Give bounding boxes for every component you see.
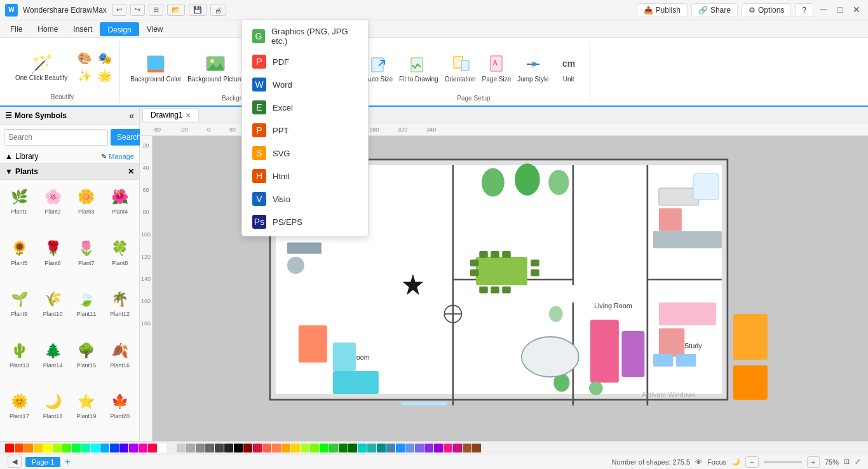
color-swatch-20[interactable] (196, 444, 205, 452)
color-swatch-41[interactable] (396, 444, 405, 452)
tab-close-button[interactable]: ✕ (186, 112, 191, 119)
color-swatch-9[interactable] (91, 444, 100, 452)
one-click-beautify-button[interactable]: 🪄 One Click Beautify (10, 51, 72, 84)
page-tab[interactable]: Page-1 (25, 457, 60, 467)
color-swatch-1[interactable] (15, 444, 24, 452)
color-swatch-2[interactable] (24, 444, 33, 452)
color-swatch-11[interactable] (110, 444, 119, 452)
color-swatch-15[interactable] (148, 444, 157, 452)
manage-button[interactable]: Manage (109, 153, 134, 160)
menu-insert[interactable]: Insert (65, 23, 100, 36)
print-button[interactable]: 🖨 (210, 4, 226, 16)
sidebar-collapse-button[interactable]: « (129, 111, 134, 121)
share-button[interactable]: 🔗 Share (691, 3, 738, 17)
plant-item-20[interactable]: 🍁 Plant20 (104, 388, 135, 437)
color-swatch-38[interactable] (367, 444, 376, 452)
publish-button[interactable]: 📤 Publish (637, 3, 688, 17)
color-swatch-24[interactable] (234, 444, 243, 452)
category-close-icon[interactable]: ✕ (128, 167, 134, 176)
color-swatch-18[interactable] (177, 444, 186, 452)
unit-button[interactable]: cm Unit (553, 50, 585, 86)
dropdown-item-svg[interactable]: S SVG (242, 142, 368, 165)
color-swatch-21[interactable] (205, 444, 214, 452)
color-swatch-49[interactable] (472, 444, 481, 452)
fit-page-icon[interactable]: ⊡ (844, 458, 850, 466)
fullscreen-icon[interactable]: ⤢ (855, 458, 860, 466)
zoom-slider[interactable] (764, 461, 802, 463)
dropdown-item-visio[interactable]: V Visio (242, 187, 368, 210)
color-swatch-43[interactable] (415, 444, 424, 452)
color-swatch-16[interactable] (158, 444, 166, 452)
minimize-button[interactable]: ─ (817, 3, 830, 16)
beautify-style1-button[interactable]: 🎨 (75, 50, 94, 67)
plant-item-6[interactable]: 🌹 Plant6 (37, 235, 69, 284)
help-button[interactable]: ? (795, 3, 813, 17)
color-swatch-26[interactable] (253, 444, 262, 452)
color-swatch-8[interactable] (81, 444, 90, 452)
plant-item-9[interactable]: 🌱 Plant9 (4, 286, 35, 335)
redo-button[interactable]: ↪ (130, 4, 145, 16)
color-swatch-34[interactable] (329, 444, 338, 452)
dropdown-item-excel[interactable]: E Excel (242, 96, 368, 119)
plant-item-15[interactable]: 🌳 Plant15 (71, 337, 102, 386)
beautify-style4-button[interactable]: 🌟 (95, 68, 114, 85)
close-button[interactable]: ✕ (850, 3, 863, 16)
color-swatch-40[interactable] (386, 444, 395, 452)
color-swatch-23[interactable] (224, 444, 233, 452)
color-swatch-13[interactable] (129, 444, 138, 452)
zoom-in-button[interactable]: + (807, 456, 820, 468)
plant-item-18[interactable]: 🌙 Plant18 (37, 388, 69, 437)
menu-view[interactable]: View (139, 23, 171, 36)
add-page-button[interactable]: + (64, 456, 70, 468)
color-swatch-31[interactable] (301, 444, 309, 452)
color-swatch-22[interactable] (215, 444, 224, 452)
open-button[interactable]: 📂 (167, 4, 185, 16)
plant-item-13[interactable]: 🌵 Plant13 (4, 337, 35, 386)
color-swatch-0[interactable] (5, 444, 14, 452)
options-button[interactable]: ⚙ Options (742, 3, 791, 17)
color-swatch-45[interactable] (434, 444, 443, 452)
color-swatch-35[interactable] (339, 444, 348, 452)
plant-item-1[interactable]: 🌿 Plant1 (4, 184, 35, 233)
color-swatch-29[interactable] (281, 444, 290, 452)
color-swatch-44[interactable] (424, 444, 433, 452)
dropdown-item-word[interactable]: W Word (242, 73, 368, 96)
plant-item-12[interactable]: 🌴 Plant12 (104, 286, 135, 335)
plant-item-7[interactable]: 🌷 Plant7 (71, 235, 102, 284)
color-swatch-6[interactable] (62, 444, 71, 452)
menu-design[interactable]: Design (100, 22, 139, 36)
search-input[interactable] (4, 129, 108, 146)
color-swatch-3[interactable] (34, 444, 43, 452)
color-swatch-25[interactable] (243, 444, 252, 452)
jump-style-button[interactable]: Jump Style (515, 50, 551, 86)
color-swatch-17[interactable] (167, 444, 176, 452)
plant-item-2[interactable]: 🌸 Plant2 (37, 184, 69, 233)
color-swatch-42[interactable] (405, 444, 414, 452)
color-swatch-47[interactable] (453, 444, 462, 452)
page-size-button[interactable]: A Page Size (480, 50, 514, 86)
color-swatch-30[interactable] (291, 444, 300, 452)
plant-item-4[interactable]: 🌺 Plant4 (104, 184, 135, 233)
background-picture-button[interactable]: Background Picture (185, 50, 245, 86)
plant-item-17[interactable]: 🌞 Plant17 (4, 388, 35, 437)
plant-item-19[interactable]: ⭐ Plant19 (71, 388, 102, 437)
color-swatch-37[interactable] (358, 444, 367, 452)
background-color-button[interactable]: Background Color (128, 50, 184, 86)
plant-item-8[interactable]: 🍀 Plant8 (104, 235, 135, 284)
color-swatch-19[interactable] (186, 444, 195, 452)
plant-item-5[interactable]: 🌻 Plant5 (4, 235, 35, 284)
color-swatch-27[interactable] (262, 444, 271, 452)
zoom-out-button[interactable]: − (745, 456, 758, 468)
drawing-tab[interactable]: Drawing1 ✕ (142, 108, 199, 121)
plant-item-3[interactable]: 🌼 Plant3 (71, 184, 102, 233)
color-swatch-33[interactable] (320, 444, 329, 452)
plant-item-11[interactable]: 🍃 Plant11 (71, 286, 102, 335)
color-swatch-36[interactable] (348, 444, 357, 452)
color-swatch-14[interactable] (139, 444, 147, 452)
menu-file[interactable]: File (3, 23, 30, 36)
dropdown-item-html[interactable]: H Html (242, 165, 368, 187)
dropdown-item-pdf[interactable]: P PDF (242, 50, 368, 73)
beautify-style2-button[interactable]: 🎭 (95, 50, 114, 67)
color-swatch-4[interactable] (43, 444, 52, 452)
prev-page-button[interactable]: ◀ (8, 456, 22, 468)
